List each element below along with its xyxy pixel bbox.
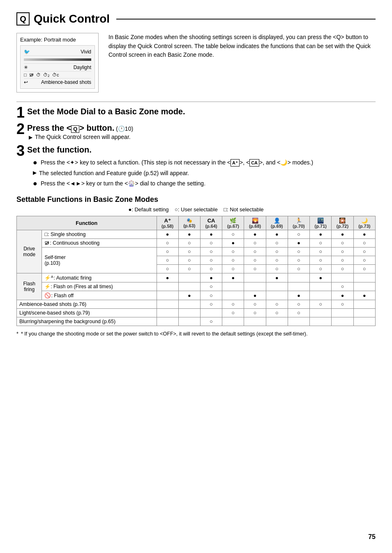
cell: ○	[353, 248, 375, 256]
cell: ○	[266, 256, 288, 265]
flash-group: Flashfiring	[17, 273, 42, 300]
col-header-aplus: A⁺ (p.58)	[157, 216, 178, 230]
col-header-p70: 🏃 (p.70)	[288, 216, 309, 230]
screen-row-1: 🐦 Vivid	[24, 48, 91, 56]
footnote-text: * If you change the shooting mode or set…	[21, 330, 308, 338]
col-header-p72: 🎇 (p.72)	[332, 216, 353, 230]
footnote: * * If you change the shooting mode or s…	[16, 330, 376, 338]
cell: ○	[222, 230, 244, 239]
cell: ○	[222, 248, 244, 256]
cell	[288, 273, 309, 282]
cell: ●	[222, 273, 244, 282]
cell	[266, 317, 288, 326]
step-2-arrow-text: The Quick Control screen will appear.	[35, 134, 131, 140]
cell	[266, 291, 288, 300]
cell: ●	[222, 239, 244, 248]
cell	[310, 291, 332, 300]
cell: ○	[332, 256, 353, 265]
ca-icon: CA	[249, 159, 259, 167]
cell	[353, 300, 375, 309]
cell	[353, 309, 375, 317]
screen-row-3: □ 🖳 ⏱ ⏱₂ ⏱c	[24, 72, 91, 79]
bullet-text-1: Press the <✦> key to select a function. …	[41, 158, 313, 167]
q-icon-box: Q	[16, 12, 30, 25]
screen-value-1: Vivid	[81, 49, 91, 55]
cell: ○	[266, 265, 288, 273]
cell: ○	[200, 291, 222, 300]
cell: ●	[178, 291, 200, 300]
screen-icon-2: ✳	[24, 65, 28, 70]
cell: ○	[157, 239, 178, 248]
step-title-1: Set the Mode Dial to a Basic Zone mode.	[27, 107, 185, 116]
cell: ○	[200, 282, 222, 291]
intro-text: In Basic Zone modes when the shooting se…	[108, 33, 376, 93]
cell: ○	[244, 239, 266, 248]
cell	[244, 273, 266, 282]
screen-icon-1: 🐦	[24, 49, 30, 55]
bullet-1: ● Press the <✦> key to select a function…	[33, 158, 376, 167]
cell	[288, 282, 309, 291]
legend-row: ●: Default setting ○: User selectable □:…	[16, 206, 376, 213]
cell: ○	[244, 300, 266, 309]
cell: ○	[353, 265, 375, 273]
cell: ●	[244, 230, 266, 239]
screen-icons-3: □ 🖳 ⏱ ⏱₂ ⏱c	[24, 72, 59, 77]
screen-value-4: Ambience-based shots	[41, 79, 91, 85]
screen-icon-back: ↩	[24, 79, 28, 85]
cell: ○	[244, 256, 266, 265]
cell: ●	[266, 273, 288, 282]
settable-title: Settable Functions in Basic Zone Modes	[16, 195, 376, 204]
q-icon: Q	[20, 14, 26, 24]
step-2-arrow: ▶ The Quick Control screen will appear.	[29, 134, 376, 140]
step-title-2: Press the <Q> button.	[27, 123, 114, 132]
screen-slider	[24, 58, 91, 61]
cell: ●	[266, 230, 288, 239]
cell: ●	[200, 273, 222, 282]
cell: ○	[200, 256, 222, 265]
table-row: 🚫: Flash off ● ○ ● ● ● ●	[17, 291, 376, 300]
cell	[244, 282, 266, 291]
cell: ○	[310, 300, 332, 309]
func-single: □: Single shooting	[42, 230, 157, 239]
func-continuous: 🖳: Continuous shooting	[42, 239, 157, 248]
col-header-scn: 🎭 (p.63)	[178, 216, 200, 230]
cell	[332, 309, 353, 317]
step-number-3: 3	[16, 143, 25, 158]
cell: ●	[288, 239, 309, 248]
cell: ○	[157, 248, 178, 256]
cell	[178, 317, 200, 326]
cell: ○	[222, 309, 244, 317]
col-header-p67: 🌿 (p.67)	[222, 216, 244, 230]
page-title-block: Q Quick Control	[16, 12, 376, 25]
bullet-3: ● Press the <◄►> key or turn the <🎡> dia…	[33, 179, 376, 188]
functions-table: Function A⁺ (p.58) 🎭 (p.63) CA (p.64) 🌿 …	[16, 216, 376, 326]
page-number: 75	[368, 533, 376, 541]
cell: ○	[353, 239, 375, 248]
bullet-dot-3: ●	[33, 179, 37, 188]
cell	[178, 300, 200, 309]
cell: ○	[332, 265, 353, 273]
cell: ●	[332, 291, 353, 300]
cell	[157, 291, 178, 300]
func-ambience: Ambience-based shots (p.76)	[17, 300, 157, 309]
bullet-text-2: The selected function and Feature guide …	[39, 169, 189, 178]
example-box: Example: Portrait mode 🐦 Vivid ✳ Dayligh…	[16, 33, 99, 93]
cell: ○	[266, 248, 288, 256]
cell	[332, 317, 353, 326]
cell	[157, 282, 178, 291]
page-title-text: Quick Control	[34, 12, 110, 25]
cell	[222, 282, 244, 291]
cell: ●	[157, 230, 178, 239]
cell: ○	[288, 230, 309, 239]
cell: ○	[266, 239, 288, 248]
table-row: Light/scene-based shots (p.79) ○ ○ ○ ○	[17, 309, 376, 317]
func-flash-on: ⚡: Flash on (Fires at all times)	[42, 282, 157, 291]
step-number-2: 2	[16, 122, 25, 137]
col-header-p68: 🌄 (p.68)	[244, 216, 266, 230]
cell	[353, 273, 375, 282]
settable-section: Settable Functions in Basic Zone Modes ●…	[16, 195, 376, 338]
divider-1	[16, 102, 376, 102]
col-header-ca: CA (p.64)	[200, 216, 222, 230]
cell: ○	[310, 239, 332, 248]
bullet-2: ▶ The selected function and Feature guid…	[33, 169, 376, 178]
